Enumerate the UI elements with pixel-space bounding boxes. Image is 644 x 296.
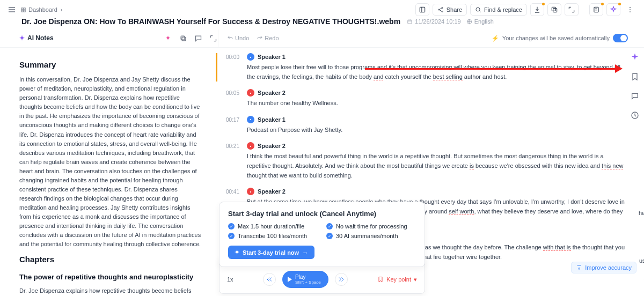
transcript-timestamp[interactable]: 00:21	[218, 142, 239, 180]
share-label: Share	[447, 6, 462, 13]
speaker-name: Speaker 2	[258, 188, 286, 195]
ai-sparkle-button[interactable]	[629, 51, 641, 63]
svg-point-8	[476, 8, 480, 11]
chevron-right-icon: ›	[61, 6, 63, 13]
speaker-name: Speaker 2	[258, 143, 286, 149]
speaker-avatar: •	[247, 53, 254, 61]
export-icon[interactable]	[208, 33, 218, 43]
transcript-segment[interactable]: 00:05•Speaker 2The number one healthy We…	[216, 89, 628, 108]
svg-point-6	[438, 9, 440, 10]
chapter-body: Dr. Joe Dispenza explains how repetitive…	[19, 286, 202, 295]
transcript-timestamp[interactable]: 00:05	[218, 89, 239, 108]
transcript-timestamp[interactable]: 00:00	[218, 53, 239, 82]
autosave-toggle[interactable]	[613, 34, 628, 42]
speaker-avatar: •	[247, 142, 254, 150]
transcript-text: I think the most beautiful and powerful …	[247, 152, 626, 180]
svg-rect-4	[420, 7, 425, 12]
comment-icon[interactable]	[193, 33, 203, 43]
transcript-segment[interactable]: 00:00•Speaker 1Most people lose their fr…	[216, 53, 628, 82]
svg-rect-1	[24, 8, 25, 9]
trial-feature: ✓No wait time for processing	[326, 223, 416, 230]
menu-icon[interactable]	[8, 5, 16, 14]
rewind-button[interactable]	[263, 273, 276, 286]
redo-button[interactable]: Redo	[257, 35, 279, 41]
transcript-text: The number one healthy Wellness.	[247, 99, 626, 108]
ai-notes-tab[interactable]: ✦ AI Notes	[19, 34, 54, 42]
trial-title: Start 3-day trial and unlock (Cancel Any…	[228, 210, 416, 218]
play-button[interactable]: Play Shift + Space	[282, 271, 328, 288]
svg-point-14	[630, 11, 631, 12]
ai-assist-button[interactable]	[606, 3, 620, 16]
svg-rect-18	[181, 36, 185, 40]
layout-button[interactable]	[415, 3, 429, 16]
trial-card: Start 3-day trial and unlock (Cancel Any…	[219, 202, 425, 267]
forward-button[interactable]	[335, 273, 348, 286]
more-menu-button[interactable]	[624, 4, 636, 16]
svg-rect-2	[21, 10, 23, 11]
transcript-text: Most people lose their free will to thos…	[247, 63, 626, 82]
improve-accuracy-button[interactable]: Improve accuracy	[571, 262, 636, 273]
magic-icon[interactable]: ✦	[163, 33, 173, 43]
transcript-segment[interactable]: 00:21•Speaker 2I think the most beautifu…	[216, 142, 628, 180]
svg-point-7	[442, 11, 443, 12]
chapters-heading: Chapters	[19, 253, 202, 265]
keypoint-button[interactable]: Key point ▾	[377, 276, 417, 283]
play-icon	[288, 277, 292, 282]
svg-point-13	[630, 9, 631, 10]
breadcrumb-home-label: Dashboard	[28, 6, 57, 13]
speaker-avatar: •	[247, 188, 254, 195]
expand-button[interactable]	[565, 3, 579, 16]
playback-speed[interactable]: 1x	[227, 276, 233, 283]
find-replace-button[interactable]: Find & replace	[470, 4, 527, 16]
chapter-title: The power of repetitive thoughts and neu…	[19, 272, 202, 283]
svg-point-5	[442, 8, 443, 9]
copy-notes-icon[interactable]	[178, 33, 188, 43]
page-title: Dr. Joe Dispenza ON: How To BRAINWASH Yo…	[21, 17, 400, 26]
meta-language: English	[466, 18, 494, 25]
svg-rect-15	[408, 20, 412, 24]
find-replace-label: Find & replace	[484, 6, 522, 13]
trial-feature: ✓Transcribe 100 files/month	[228, 233, 318, 239]
svg-rect-10	[552, 7, 555, 11]
comments-rail-button[interactable]	[629, 90, 641, 102]
meta-date: 11/26/2024 10:19	[407, 18, 461, 25]
speaker-name: Speaker 1	[258, 116, 286, 123]
svg-rect-3	[24, 10, 25, 11]
trial-feature: ✓30 AI summaries/month	[326, 233, 416, 239]
svg-rect-9	[553, 9, 557, 12]
autosave-status: ⚡ Your changes will be saved automatical…	[492, 34, 628, 42]
transcript-segment[interactable]: 00:17•Speaker 1Podcast on Purpose with J…	[216, 116, 628, 135]
start-trial-button[interactable]: ✦Start 3-day trial now→	[228, 246, 314, 259]
summary-heading: Summary	[19, 58, 202, 71]
trial-feature: ✓Max 1.5 hour duration/file	[228, 223, 318, 230]
share-button[interactable]: Share	[433, 4, 467, 16]
summary-body: In this conversation, Dr. Joe Dispenza a…	[19, 75, 202, 249]
breadcrumb-home[interactable]: Dashboard	[20, 6, 57, 13]
transcript-text: Podcast on Purpose with Jay Shetty.	[247, 125, 626, 135]
svg-rect-17	[182, 37, 186, 41]
undo-button[interactable]: Undo	[227, 35, 249, 41]
history-button[interactable]	[629, 109, 641, 121]
chevron-down-icon: ▾	[414, 276, 417, 283]
bookmark-button[interactable]	[629, 71, 641, 83]
speaker-avatar: •	[247, 89, 254, 97]
svg-rect-0	[21, 8, 23, 9]
speaker-name: Speaker 1	[258, 54, 286, 60]
summary-pane: Summary In this conversation, Dr. Joe Di…	[0, 48, 210, 295]
copy-button[interactable]	[547, 3, 561, 16]
notes-button[interactable]	[589, 3, 603, 16]
speaker-name: Speaker 2	[258, 90, 286, 96]
breadcrumb: Dashboard ›	[20, 6, 63, 13]
download-button[interactable]	[530, 3, 544, 16]
transcript-timestamp[interactable]: 00:17	[218, 116, 239, 135]
transcript-overflow: he more hardwired they become. The more …	[479, 209, 644, 295]
svg-point-12	[630, 7, 631, 8]
speaker-avatar: •	[247, 116, 254, 123]
